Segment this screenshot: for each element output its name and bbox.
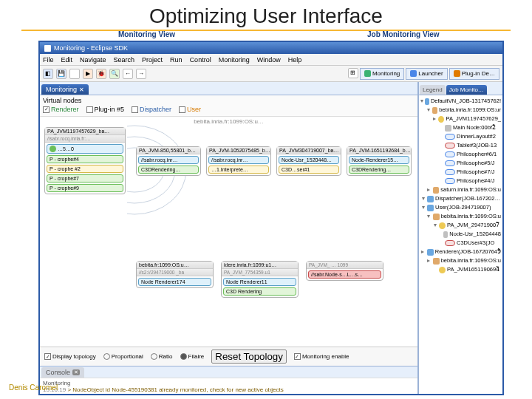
tree-badge-icon	[445, 240, 455, 246]
menu-window[interactable]: Window	[257, 56, 281, 64]
host-slot[interactable]: C3DRendering…	[138, 166, 199, 174]
tree-twisty-icon[interactable]: ▸	[426, 256, 432, 265]
tree-node[interactable]: ▾PA_JVM_294719007̃	[420, 221, 501, 230]
tree-twisty-icon[interactable]: ▾	[426, 106, 431, 115]
tree-twisty-icon[interactable]: ▾	[432, 221, 437, 230]
tree-node[interactable]: C3DUser#3(JO	[420, 239, 501, 248]
tree-twisty-icon[interactable]: ▸	[420, 248, 426, 256]
tree-node[interactable]: DinnerLayout#2	[420, 132, 501, 141]
radio-filaire[interactable]: Filaire	[180, 353, 205, 360]
host-slot[interactable]: …5…0	[47, 144, 123, 154]
check-renderer[interactable]: Renderer	[43, 106, 79, 113]
host-slot[interactable]: …1.Interprete…	[208, 166, 269, 174]
tree-node[interactable]: Table#3(JOB-13	[420, 141, 501, 150]
menu-run[interactable]: Run	[170, 56, 183, 64]
tree-twisty-icon[interactable]: ▾	[420, 97, 423, 106]
tab-monitoring[interactable]: Monitoring ✕	[41, 84, 89, 95]
host-box[interactable]: PA_JVM-1052075485_b…//sabr.rocq.inr……1.I…	[206, 146, 271, 176]
host-slot[interactable]: P - crophe #2	[47, 165, 123, 173]
console-close-icon[interactable]: ✕	[72, 369, 80, 375]
tree-node[interactable]: Philosophe#4/J	[420, 177, 501, 185]
tab-legend[interactable]: Legend	[420, 85, 446, 95]
host-slot[interactable]: C3D Rendering	[223, 287, 296, 296]
tool-save-icon[interactable]: 💾	[56, 69, 66, 79]
titlebar[interactable]: Monitoring - Eclipse SDK	[40, 42, 502, 54]
reset-topology-button[interactable]: Reset Topology	[211, 349, 287, 364]
slot-label: …5…0	[58, 146, 74, 151]
annotation-monitoring-view: Monitoring View	[118, 30, 175, 38]
menu-help[interactable]: Help	[288, 56, 302, 64]
job-tree[interactable]: ▾DefaultVN_JOB-131745762!▾bebita.inria.f…	[419, 95, 502, 394]
tree-node[interactable]: ▾bebita.inria.fr:1099:OS:u	[420, 212, 501, 221]
tool-nav-back-icon[interactable]: ←	[123, 69, 133, 79]
host-slot[interactable]: Node Renderer11	[223, 278, 296, 286]
host-slot[interactable]: C3DRendering…	[349, 166, 409, 174]
tool-search-icon[interactable]: 🔍	[109, 69, 120, 79]
host-box[interactable]: PA_JVM304719007_ba…Node-Usr_1520448…C3D……	[276, 146, 341, 176]
host-slot[interactable]: Node-Renderer15…	[349, 156, 409, 164]
menu-monitoring[interactable]: Monitoring	[219, 56, 250, 64]
host-box[interactable]: PA_JVM-1651192684_b…Node-Renderer15…C3DR…	[347, 146, 412, 176]
open-perspective-icon[interactable]: ⊞	[348, 68, 358, 78]
host-slot[interactable]: P - crophe#9	[47, 184, 123, 192]
host-box-main[interactable]: PA_JVM1197457629_ba… //sabr.rocq.inria.f…	[44, 127, 126, 194]
host-box[interactable]: bebita.fr:1099:OS:u…//s2://294719000 _ba…	[136, 261, 214, 288]
tree-node[interactable]: ▸Renderer(JOB-167207649̃	[420, 248, 501, 256]
tree-node[interactable]: Main Node:00bf2̃	[420, 123, 501, 132]
topology-canvas[interactable]: bebita.inria.fr:1099:OS:u… PA_JVM1197457…	[40, 117, 417, 347]
host-slot[interactable]: P - crophe#7	[47, 174, 123, 183]
host-box[interactable]: idere.inria.fr:1099:u1…PA_JVM_7754359.u1…	[221, 261, 299, 298]
tree-node[interactable]: ▾Dispatcher(JOB-167202…	[420, 194, 501, 203]
tool-run-icon[interactable]: ▶	[83, 69, 93, 79]
host-slot[interactable]: //sabr.Node-s…L…s…	[308, 270, 381, 279]
tree-node[interactable]: ▾User(JOB-294719007)	[420, 203, 501, 212]
persp-plugin[interactable]: Plug-in De…	[449, 68, 499, 80]
menu-navigate[interactable]: Navigate	[80, 56, 106, 64]
tool-new-icon[interactable]: ◧	[43, 69, 53, 79]
host-slot[interactable]: //sabr.rocq.inr…	[138, 156, 199, 164]
host-slot[interactable]: //sabr.rocq.inr…	[208, 156, 269, 164]
tree-twisty-icon[interactable]: ▾	[420, 194, 426, 203]
tree-node[interactable]: ▸PA_JVM1197457629_	[420, 115, 501, 123]
tool-nav-fwd-icon[interactable]: →	[136, 69, 146, 79]
check-plugin5[interactable]: Plug-in #5	[86, 106, 125, 113]
tree-node[interactable]: Philosopher#6/1	[420, 150, 501, 159]
tree-node[interactable]: Philosophe#7/J	[420, 168, 501, 177]
host-slot[interactable]: C3D…ser#1	[279, 166, 339, 174]
check-user[interactable]: User	[179, 106, 201, 113]
radio-ratio[interactable]: Ratio	[151, 353, 173, 360]
host-slot[interactable]: P - crophe#4	[47, 155, 123, 163]
check-monitoring-enable[interactable]: Monitoring enable	[294, 353, 349, 360]
tree-node[interactable]: ▸saturn.inria.fr:1099:OS:u	[420, 185, 501, 194]
menu-search[interactable]: Search	[114, 56, 135, 64]
host-box[interactable]: PA_JVM-850,55801_b…//sabr.rocq.inr…C3DRe…	[136, 146, 201, 176]
tree-node[interactable]: ▾bebita.inria.fr:1099:OS:ur	[420, 106, 501, 115]
radio-proportional[interactable]: Proportional	[103, 353, 143, 360]
tree-node[interactable]: ▾DefaultVN_JOB-131745762!	[420, 97, 501, 106]
host-slot[interactable]: Node Renderer174	[138, 278, 211, 286]
tree-node[interactable]: PA_JVM1651190694̃	[420, 265, 501, 274]
tree-node[interactable]: ▸bebita.inria.fr:1099:OS:u	[420, 256, 501, 265]
check-display-topology[interactable]: Display topology	[44, 353, 96, 360]
tree-twisty-icon[interactable]: ▾	[420, 203, 426, 212]
tab-job-monitoring[interactable]: Job Monito…	[446, 85, 487, 95]
persp-monitoring[interactable]: Monitoring	[360, 68, 404, 80]
check-dispatcher[interactable]: Dispatcher	[132, 106, 171, 113]
close-icon[interactable]: ✕	[79, 86, 84, 93]
menu-project[interactable]: Project	[142, 56, 163, 64]
tree-node[interactable]: Node-Usr_15204448	[420, 230, 501, 239]
virtual-nodes-bar: Virtual nodes Renderer Plug-in #5 Dispat…	[40, 95, 417, 117]
tool-debug-icon[interactable]: 🐞	[96, 69, 106, 79]
host-slot[interactable]: Node-Usr_1520448…	[279, 156, 339, 164]
menu-file[interactable]: File	[43, 56, 54, 64]
menu-control[interactable]: Control	[190, 56, 211, 64]
tree-twisty-icon[interactable]: ▾	[426, 212, 432, 221]
tree-twisty-icon[interactable]: ▸	[432, 115, 437, 123]
tree-label: PA_JVM1651190694̃	[447, 265, 499, 274]
menu-edit[interactable]: Edit	[61, 56, 73, 64]
host-box[interactable]: PA_JVM_ … 1099//sabr.Node-s…L…s…	[306, 261, 383, 281]
tree-node[interactable]: Philosophe#5/J	[420, 159, 501, 168]
tree-twisty-icon[interactable]: ▸	[426, 185, 432, 194]
persp-launcher[interactable]: Launcher	[406, 68, 447, 80]
tab-console[interactable]: Console ✕	[41, 367, 84, 378]
